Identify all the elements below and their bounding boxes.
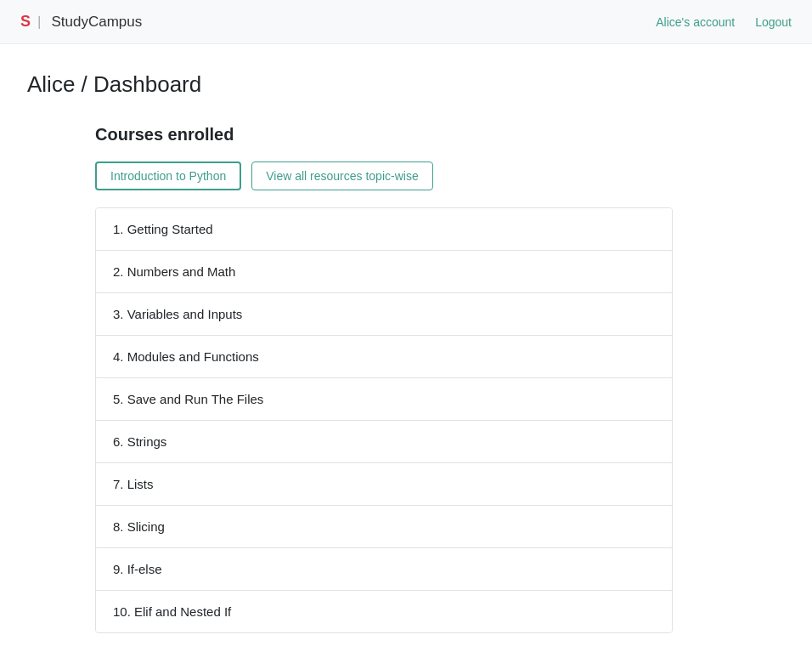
navbar-divider: | bbox=[37, 14, 41, 31]
active-course-tab[interactable]: Introduction to Python bbox=[95, 162, 241, 190]
topic-item[interactable]: 7. Lists bbox=[96, 463, 672, 506]
topics-container: 1. Getting Started2. Numbers and Math3. … bbox=[95, 207, 673, 633]
navbar-links: Alice's account Logout bbox=[656, 15, 792, 29]
topic-item[interactable]: 10. Elif and Nested If bbox=[96, 591, 672, 632]
brand: S | StudyCampus bbox=[20, 13, 142, 31]
topic-item[interactable]: 3. Variables and Inputs bbox=[96, 293, 672, 336]
section-title: Courses enrolled bbox=[95, 125, 785, 144]
account-link[interactable]: Alice's account bbox=[656, 15, 735, 29]
breadcrumb: Alice / Dashboard bbox=[27, 71, 785, 98]
topic-item[interactable]: 9. If-else bbox=[96, 548, 672, 591]
brand-letter: S bbox=[20, 13, 31, 31]
page-content: Alice / Dashboard Courses enrolled Intro… bbox=[0, 44, 812, 660]
brand-name: StudyCampus bbox=[51, 14, 142, 31]
navbar: S | StudyCampus Alice's account Logout bbox=[0, 0, 812, 44]
logout-link[interactable]: Logout bbox=[755, 15, 792, 29]
courses-section: Courses enrolled Introduction to Python … bbox=[95, 125, 785, 633]
topic-item[interactable]: 2. Numbers and Math bbox=[96, 251, 672, 293]
topic-item[interactable]: 5. Save and Run The Files bbox=[96, 378, 672, 421]
topic-item[interactable]: 1. Getting Started bbox=[96, 208, 672, 251]
view-resources-tab[interactable]: View all resources topic-wise bbox=[251, 162, 432, 190]
topic-item[interactable]: 4. Modules and Functions bbox=[96, 336, 672, 378]
course-tabs: Introduction to Python View all resource… bbox=[95, 162, 785, 190]
topic-item[interactable]: 8. Slicing bbox=[96, 506, 672, 548]
topic-item[interactable]: 6. Strings bbox=[96, 421, 672, 463]
